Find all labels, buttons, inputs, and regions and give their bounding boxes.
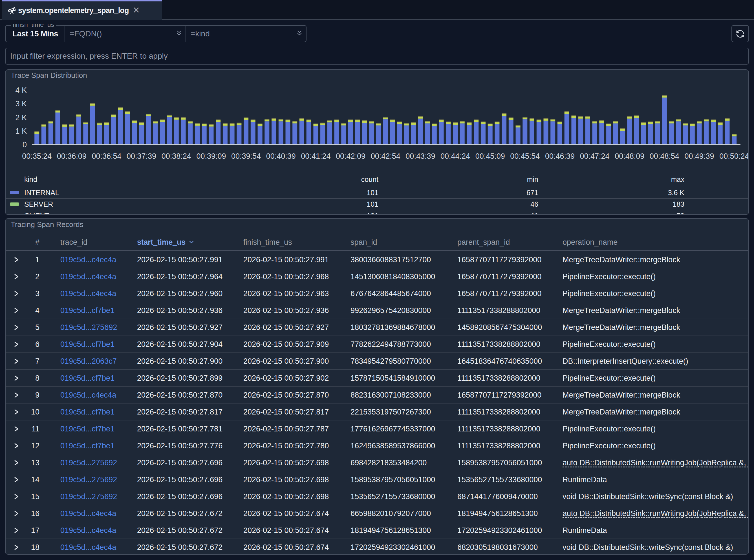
svg-text:00:37:39: 00:37:39 <box>126 152 156 160</box>
svg-text:00:50:24: 00:50:24 <box>719 152 748 160</box>
svg-text:00:35:24: 00:35:24 <box>22 152 52 160</box>
svg-text:00:36:54: 00:36:54 <box>92 152 121 160</box>
svg-text:00:48:09: 00:48:09 <box>615 152 644 160</box>
svg-text:00:45:54: 00:45:54 <box>510 152 540 160</box>
svg-text:00:39:54: 00:39:54 <box>231 152 261 160</box>
svg-text:00:42:54: 00:42:54 <box>371 152 400 160</box>
svg-text:00:49:39: 00:49:39 <box>684 152 714 160</box>
svg-text:00:38:24: 00:38:24 <box>162 152 191 160</box>
svg-text:00:42:09: 00:42:09 <box>336 152 365 160</box>
svg-text:1 K: 1 K <box>15 127 27 135</box>
svg-text:00:40:39: 00:40:39 <box>266 152 296 160</box>
svg-text:00:44:24: 00:44:24 <box>440 152 470 160</box>
svg-text:00:39:09: 00:39:09 <box>196 152 226 160</box>
svg-text:00:48:54: 00:48:54 <box>650 152 679 160</box>
svg-text:2 K: 2 K <box>15 113 27 122</box>
svg-text:00:43:39: 00:43:39 <box>405 152 435 160</box>
svg-text:4 K: 4 K <box>15 86 27 95</box>
svg-text:0: 0 <box>23 140 27 149</box>
svg-text:00:36:09: 00:36:09 <box>57 152 86 160</box>
svg-text:00:41:24: 00:41:24 <box>301 152 331 160</box>
svg-text:00:45:09: 00:45:09 <box>475 152 505 160</box>
svg-text:00:46:39: 00:46:39 <box>545 152 575 160</box>
svg-text:3 K: 3 K <box>15 100 27 108</box>
svg-text:00:47:24: 00:47:24 <box>580 152 610 160</box>
